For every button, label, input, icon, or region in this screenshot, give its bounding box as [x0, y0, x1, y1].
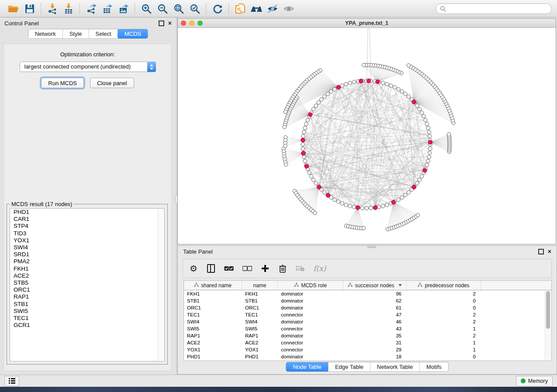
- table-cell: TEC1: [242, 312, 278, 317]
- export-network-icon[interactable]: [83, 2, 99, 16]
- add-entry-icon[interactable]: [261, 263, 270, 274]
- open-file-icon[interactable]: [5, 2, 21, 16]
- table-row[interactable]: STB1STB1dominator620: [184, 297, 551, 304]
- column-header-name[interactable]: name: [242, 281, 278, 290]
- mcds-result-item[interactable]: PMA2: [10, 258, 164, 265]
- column-header-successor-nodes[interactable]: successor nodes: [343, 281, 407, 290]
- table-scrollbar[interactable]: [545, 290, 551, 360]
- sort-indicator-icon[interactable]: [398, 284, 402, 286]
- mcds-result-item[interactable]: SWI4: [10, 244, 164, 251]
- table-row[interactable]: PHD1PHD1dominator180: [184, 353, 551, 360]
- function-builder-icon[interactable]: f(x): [313, 263, 326, 274]
- clone-network-icon[interactable]: [232, 2, 248, 16]
- mcds-result-item[interactable]: RAP1: [10, 293, 164, 300]
- horizontal-splitter-grip[interactable]: [367, 245, 376, 248]
- close-table-panel-icon[interactable]: ×: [548, 249, 551, 254]
- table-cell: 2: [407, 291, 481, 296]
- table-cell: PHD1: [242, 354, 278, 359]
- column-header-predecessor-nodes[interactable]: predecessor nodes: [407, 281, 481, 290]
- main-toolbar: [0, 0, 557, 17]
- tab-network[interactable]: Network: [28, 29, 62, 38]
- show-all-icon[interactable]: [280, 2, 297, 16]
- table-cell: ORC1: [184, 305, 242, 310]
- close-panel-button[interactable]: Close panel: [90, 78, 134, 88]
- mcds-result-item[interactable]: TID3: [10, 230, 164, 237]
- mcds-result-item[interactable]: YOX1: [10, 237, 164, 244]
- delete-entry-icon[interactable]: [278, 263, 287, 274]
- network-window-titlebar[interactable]: YPA_prune.txt_1: [178, 19, 556, 28]
- table-row[interactable]: SWI4SWI4dominator462: [184, 318, 551, 325]
- settings-gear-icon[interactable]: ⚙: [189, 263, 198, 274]
- mcds-result-item[interactable]: CAR1: [10, 216, 164, 223]
- mcds-result-item[interactable]: ACE2: [10, 272, 164, 279]
- criterion-dropdown[interactable]: largest connected component (undirected): [20, 62, 156, 72]
- scrollbar-thumb[interactable]: [546, 291, 550, 329]
- table-cell: 1: [407, 340, 481, 345]
- table-row[interactable]: RAP1RAP1dominator352: [184, 332, 551, 339]
- mcds-result-item[interactable]: STP4: [10, 223, 164, 230]
- table-cell: ORC1: [242, 305, 278, 310]
- float-panel-icon[interactable]: [159, 21, 164, 26]
- import-network-icon[interactable]: [44, 2, 60, 16]
- table-cell: 62: [343, 298, 407, 303]
- mcds-result-item[interactable]: TEC1: [10, 315, 164, 322]
- table-cell: YOX1: [242, 347, 278, 352]
- tab-edge-table[interactable]: Edge Table: [328, 362, 370, 371]
- refresh-view-icon[interactable]: [209, 2, 225, 16]
- tab-style[interactable]: Style: [62, 29, 89, 38]
- network-window-title: YPA_prune.txt_1: [178, 20, 556, 26]
- table-cell: YOX1: [184, 347, 242, 352]
- column-header-shared-name[interactable]: shared name: [184, 281, 242, 290]
- table-row[interactable]: SWI5SWI5connector431: [184, 325, 551, 332]
- table-cell: FKH1: [184, 291, 242, 296]
- tab-select[interactable]: Select: [89, 29, 118, 38]
- tab-node-table[interactable]: Node Table: [286, 362, 329, 372]
- show-panels-list-button[interactable]: [4, 376, 19, 386]
- tab-network-table[interactable]: Network Table: [370, 362, 419, 371]
- close-panel-icon[interactable]: ×: [168, 21, 172, 25]
- save-session-icon[interactable]: [21, 2, 38, 16]
- table-cell: SWI5: [242, 326, 278, 331]
- control-panel: Control Panel × Network Style Select MCD…: [0, 17, 176, 375]
- zoom-out-icon[interactable]: [154, 2, 170, 16]
- mcds-list-scrollbar[interactable]: [158, 209, 164, 361]
- mcds-result-item[interactable]: STB1: [10, 301, 164, 308]
- deselect-all-icon[interactable]: [242, 263, 252, 274]
- memory-button[interactable]: Memory: [516, 376, 553, 386]
- mcds-result-item[interactable]: ORC1: [10, 286, 164, 293]
- mcds-result-title: MCDS result (17 nodes): [10, 201, 74, 207]
- zoom-selected-icon[interactable]: [187, 2, 203, 16]
- search-input[interactable]: [436, 3, 552, 14]
- export-table-icon[interactable]: [99, 2, 115, 16]
- table-row[interactable]: ORC1ORC1dominator610: [184, 304, 551, 311]
- table-body: FKH1FKH1dominator962STB1STB1dominator620…: [184, 290, 551, 360]
- mcds-result-item[interactable]: STB5: [10, 279, 164, 286]
- table-row[interactable]: FKH1FKH1dominator962: [184, 290, 551, 297]
- first-neighbors-icon[interactable]: [248, 2, 264, 16]
- mcds-result-list[interactable]: PHD1CAR1STP4TID3YOX1SWI4SRD1PMA2FKH1ACE2…: [10, 208, 165, 361]
- zoom-fit-icon[interactable]: [170, 2, 187, 16]
- export-image-icon[interactable]: [115, 2, 131, 16]
- run-mcds-button[interactable]: Run MCDS: [41, 78, 84, 88]
- select-all-icon[interactable]: [224, 263, 234, 274]
- hide-selected-icon[interactable]: [264, 2, 280, 16]
- column-header-MCDS-role[interactable]: MCDS role: [278, 281, 343, 290]
- mcds-result-item[interactable]: PHD1: [10, 209, 164, 216]
- tab-mcds[interactable]: MCDS: [118, 29, 148, 39]
- tab-motifs[interactable]: Motifs: [419, 362, 448, 371]
- float-table-panel-icon[interactable]: [538, 249, 544, 254]
- table-cell: 43: [343, 326, 407, 331]
- mcds-result-item[interactable]: GCR1: [10, 322, 164, 329]
- mcds-result-item[interactable]: SRD1: [10, 251, 164, 258]
- network-graph[interactable]: [178, 28, 556, 244]
- mcds-result-item[interactable]: SWI5: [10, 308, 164, 315]
- show-column-icon[interactable]: [207, 263, 215, 274]
- search-field[interactable]: [449, 5, 547, 12]
- table-row[interactable]: YOX1YOX1connector291: [184, 346, 551, 353]
- zoom-in-icon[interactable]: [138, 2, 154, 16]
- import-table-icon[interactable]: [60, 2, 76, 16]
- mcds-result-item[interactable]: FKH1: [10, 265, 164, 272]
- delete-table-icon[interactable]: [296, 263, 304, 274]
- table-row[interactable]: TEC1TEC1connector472: [184, 311, 551, 318]
- table-row[interactable]: ACE2ACE2connector311: [184, 339, 551, 346]
